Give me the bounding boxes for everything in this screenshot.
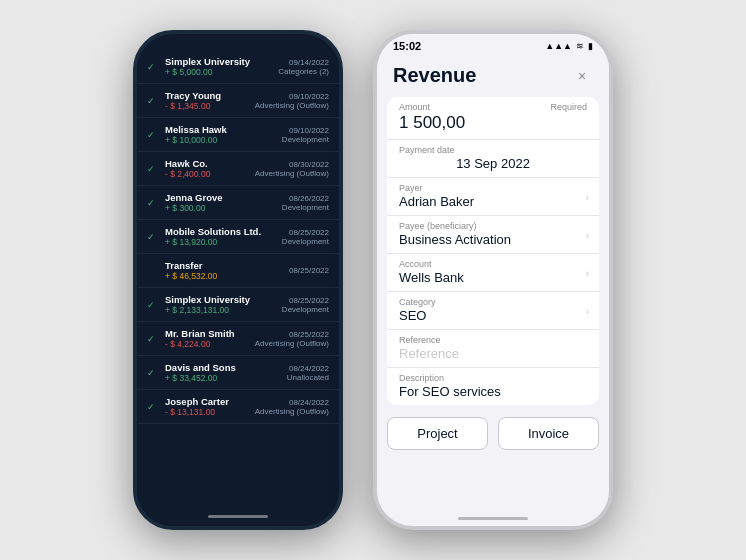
tx-category: Advertising (Outflow) xyxy=(255,101,329,110)
check-icon: ✓ xyxy=(147,96,161,106)
field-value: Reference xyxy=(399,346,587,361)
form-field-category[interactable]: CategorySEO› xyxy=(387,292,599,330)
form-field-description[interactable]: DescriptionFor SEO services xyxy=(387,368,599,405)
tx-amount: + $ 5,000.00 xyxy=(165,67,274,77)
tx-right: 08/30/2022Advertising (Outflow) xyxy=(255,160,329,178)
tx-info: Mobile Solutions Ltd.+ $ 13,920.00 xyxy=(165,226,278,247)
form-field-reference[interactable]: ReferenceReference xyxy=(387,330,599,368)
field-value: Wells Bank xyxy=(399,270,587,285)
tx-date: 08/25/2022 xyxy=(282,228,329,237)
tx-amount: + $ 13,920.00 xyxy=(165,237,278,247)
transaction-item: ✓Joseph Carter- $ 13,131.0008/24/2022Adv… xyxy=(137,390,339,424)
tx-name: Joseph Carter xyxy=(165,396,251,407)
transaction-item: ✓Hawk Co.- $ 2,400.0008/30/2022Advertisi… xyxy=(137,152,339,186)
tx-right: 08/25/2022Development xyxy=(282,296,329,314)
check-icon: ✓ xyxy=(147,334,161,344)
transaction-item: ✓Tracy Young- $ 1,345.0009/10/2022Advert… xyxy=(137,84,339,118)
form-section: Amount1 500,00RequiredPayment date13 Sep… xyxy=(387,97,599,405)
invoice-button[interactable]: Invoice xyxy=(498,417,599,450)
tx-right: 08/25/2022Development xyxy=(282,228,329,246)
status-icons: ▲▲▲ ≋ ▮ xyxy=(545,41,593,51)
status-time: 15:02 xyxy=(393,40,421,52)
tx-date: 08/26/2022 xyxy=(282,194,329,203)
signal-icon: ▲▲▲ xyxy=(545,41,572,51)
tx-info: Davis and Sons+ $ 33,452.00 xyxy=(165,362,283,383)
right-phone: 15:02 ▲▲▲ ≋ ▮ Revenue × Amount1 500,00Re… xyxy=(373,30,613,530)
tx-date: 08/25/2022 xyxy=(282,296,329,305)
tx-right: 08/26/2022Development xyxy=(282,194,329,212)
field-required: Required xyxy=(550,102,587,112)
tx-right: 08/25/2022Advertising (Outflow) xyxy=(255,330,329,348)
tx-name: Simplex University xyxy=(165,294,278,305)
tx-info: Transfer+ $ 46,532.00 xyxy=(165,260,285,281)
home-bar xyxy=(208,515,268,518)
tx-category: Categories (2) xyxy=(278,67,329,76)
field-label: Account xyxy=(399,259,587,269)
tx-date: 08/25/2022 xyxy=(255,330,329,339)
tx-info: Melissa Hawk+ $ 10,000.00 xyxy=(165,124,278,145)
transaction-item: ✓Mobile Solutions Ltd.+ $ 13,920.0008/25… xyxy=(137,220,339,254)
tx-date: 08/24/2022 xyxy=(255,398,329,407)
check-icon: ✓ xyxy=(147,368,161,378)
transaction-item: ✓Jenna Grove+ $ 300.0008/26/2022Developm… xyxy=(137,186,339,220)
tx-category: Development xyxy=(282,135,329,144)
check-icon: ✓ xyxy=(147,198,161,208)
field-value: SEO xyxy=(399,308,587,323)
modal-title: Revenue xyxy=(393,64,476,87)
tx-category: Advertising (Outflow) xyxy=(255,407,329,416)
battery-icon: ▮ xyxy=(588,41,593,51)
transaction-item: ✓Melissa Hawk+ $ 10,000.0009/10/2022Deve… xyxy=(137,118,339,152)
tx-amount: - $ 1,345.00 xyxy=(165,101,251,111)
transaction-item: ✓Mr. Brian Smith- $ 4,224.0008/25/2022Ad… xyxy=(137,322,339,356)
modal-screen: Revenue × Amount1 500,00RequiredPayment … xyxy=(377,54,609,518)
chevron-icon: › xyxy=(586,191,589,202)
tx-name: Davis and Sons xyxy=(165,362,283,373)
field-value: 1 500,00 xyxy=(399,113,587,133)
check-icon: ✓ xyxy=(147,402,161,412)
form-field-payment-date: Payment date13 Sep 2022 xyxy=(387,140,599,178)
tx-amount: - $ 4,224.00 xyxy=(165,339,251,349)
field-value: For SEO services xyxy=(399,384,587,399)
tx-date: 08/24/2022 xyxy=(287,364,329,373)
tx-name: Hawk Co. xyxy=(165,158,251,169)
check-icon: ✓ xyxy=(147,232,161,242)
field-label: Payment date xyxy=(399,145,587,155)
tx-info: Tracy Young- $ 1,345.00 xyxy=(165,90,251,111)
tx-right: 09/10/2022Advertising (Outflow) xyxy=(255,92,329,110)
transaction-item: ✓Davis and Sons+ $ 33,452.0008/24/2022Un… xyxy=(137,356,339,390)
check-icon: ✓ xyxy=(147,164,161,174)
form-field-payer[interactable]: PayerAdrian Baker› xyxy=(387,178,599,216)
tx-info: Joseph Carter- $ 13,131.00 xyxy=(165,396,251,417)
tx-date: 09/10/2022 xyxy=(255,92,329,101)
tx-category: Development xyxy=(282,203,329,212)
tx-date: 08/30/2022 xyxy=(255,160,329,169)
tx-info: Jenna Grove+ $ 300.00 xyxy=(165,192,278,213)
close-button[interactable]: × xyxy=(571,65,593,87)
tx-name: Melissa Hawk xyxy=(165,124,278,135)
project-button[interactable]: Project xyxy=(387,417,488,450)
tx-name: Jenna Grove xyxy=(165,192,278,203)
tx-right: 08/24/2022Unallocated xyxy=(287,364,329,382)
tx-name: Tracy Young xyxy=(165,90,251,101)
tx-name: Simplex University xyxy=(165,56,274,67)
tx-amount: - $ 13,131.00 xyxy=(165,407,251,417)
tx-right: 08/25/2022 xyxy=(289,266,329,275)
field-value: 13 Sep 2022 xyxy=(399,156,587,171)
field-label: Category xyxy=(399,297,587,307)
tx-name: Transfer xyxy=(165,260,285,271)
field-label: Payee (beneficiary) xyxy=(399,221,587,231)
form-field-account[interactable]: AccountWells Bank› xyxy=(387,254,599,292)
tx-category: Advertising (Outflow) xyxy=(255,339,329,348)
tx-right: 08/24/2022Advertising (Outflow) xyxy=(255,398,329,416)
field-label: Description xyxy=(399,373,587,383)
tx-date: 08/25/2022 xyxy=(289,266,329,275)
form-field-amount[interactable]: Amount1 500,00Required xyxy=(387,97,599,140)
home-bar xyxy=(458,517,528,520)
tx-info: Simplex University+ $ 2,133,131.00 xyxy=(165,294,278,315)
wifi-icon: ≋ xyxy=(576,41,584,51)
tx-amount: + $ 2,133,131.00 xyxy=(165,305,278,315)
form-field-payee-(beneficiary)[interactable]: Payee (beneficiary)Business Activation› xyxy=(387,216,599,254)
tx-info: Mr. Brian Smith- $ 4,224.00 xyxy=(165,328,251,349)
tx-amount: + $ 10,000.00 xyxy=(165,135,278,145)
tx-category: Unallocated xyxy=(287,373,329,382)
